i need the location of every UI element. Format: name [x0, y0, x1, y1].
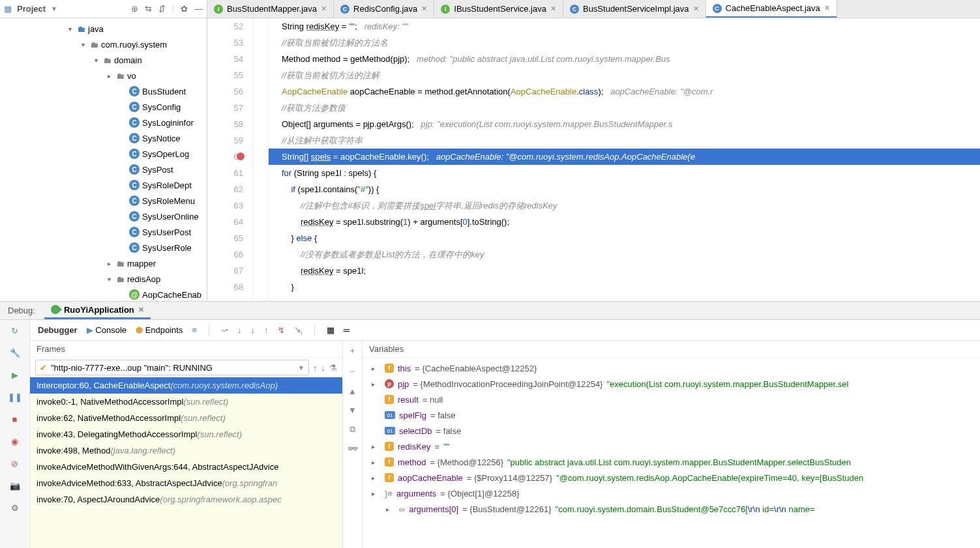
close-icon[interactable]: ✕ [693, 5, 699, 13]
chevron-icon[interactable]: ▾ [91, 57, 100, 64]
tree-item[interactable]: CSysUserRole [0, 240, 207, 255]
code-line[interactable]: //从注解中获取字符串 [269, 132, 980, 149]
console-tab[interactable]: ▶ Console [87, 325, 126, 335]
close-icon[interactable]: ✕ [321, 5, 327, 13]
settings2-icon[interactable]: ⚙ [8, 501, 22, 514]
endpoints-tab[interactable]: ⬢ Endpoints [136, 325, 183, 335]
tree-item[interactable]: CSysUserOnline [0, 209, 207, 224]
stack-frame[interactable]: invoke:62, NativeMethodAccessorImpl (sun… [30, 410, 342, 426]
code-line[interactable]: String redisKey = ""; redisKey: "" [269, 18, 980, 35]
variable-row[interactable]: ▸}≡ arguments = {Object[1]@12258} [363, 485, 980, 501]
tree-item[interactable]: ▾🖿redisAop [0, 271, 207, 287]
tree-item[interactable]: ▾🖿com.ruoyi.system [0, 36, 207, 52]
variable-row[interactable]: 01 spelFlg = false [363, 407, 980, 423]
filter-icon[interactable]: ⚗ [329, 363, 337, 373]
run-to-cursor-icon[interactable]: ↘I [294, 324, 303, 336]
tree-item[interactable]: ▸🖿vo [0, 68, 207, 83]
stack-frame[interactable]: invoke:70, AspectJAroundAdvice (org.spri… [30, 491, 342, 508]
pause-icon[interactable]: ❚❚ [8, 390, 22, 403]
close-icon[interactable]: ✕ [138, 306, 144, 314]
variable-row[interactable]: ▸f redisKey = "" [363, 439, 980, 454]
variable-row[interactable]: ▸f method = {Method@12256} "public abstr… [363, 454, 980, 470]
run-config-tab[interactable]: RuoYiApplication ✕ [44, 302, 151, 319]
expand-icon[interactable]: ⇆ [145, 4, 152, 14]
code-line[interactable]: //获取方法参数值 [269, 100, 980, 116]
stop-icon[interactable]: ■ [8, 412, 22, 425]
chevron-icon[interactable]: ▸ [372, 381, 381, 388]
variables-list[interactable]: ▸f this = {CacheEnableAspect@12252}▸p pj… [363, 358, 980, 548]
chevron-icon[interactable]: ▾ [65, 25, 74, 33]
code-line[interactable]: Method method = getMethod(pjp); method: … [269, 51, 980, 67]
chevron-icon[interactable]: ▾ [78, 41, 87, 48]
stack-frame[interactable]: invokeAdviceMethodWithGivenArgs:644, Abs… [30, 459, 342, 475]
tree-item[interactable]: CBusStudent [0, 83, 207, 99]
tree-item[interactable]: CSysConfig [0, 99, 207, 115]
code-line[interactable]: } [269, 279, 980, 295]
code-line[interactable]: for (String spe1l : spels) { [269, 165, 980, 181]
chevron-icon[interactable]: ▸ [372, 365, 381, 372]
prev-frame-icon[interactable]: ↑ [313, 363, 318, 373]
code-line[interactable]: //没有参数或者参数是List的方法，在缓存中的key [269, 246, 980, 263]
project-title[interactable]: Project [17, 4, 46, 14]
code-line[interactable]: AopCacheEnable aopCacheEnable = method.g… [269, 83, 980, 100]
code-line[interactable]: String[] spels = aopCacheEnable.key(); a… [269, 149, 980, 165]
editor-tab[interactable]: IBusStudentMapper.java✕ [207, 0, 334, 18]
code-line[interactable]: Object[] arguments = pjp.getArgs(); pjp:… [269, 116, 980, 132]
add-icon[interactable]: ＋ [348, 345, 357, 356]
rerun-icon[interactable]: ↻ [8, 324, 22, 337]
chevron-icon[interactable]: ▸ [104, 72, 113, 79]
code-editor[interactable]: 5253545556575859606162636465666768 Strin… [207, 18, 980, 301]
variable-row[interactable]: 01 selectDb = false [363, 423, 980, 439]
frames-list[interactable]: Interceptor:60, CacheEnableAspect (com.r… [30, 377, 342, 548]
stack-frame[interactable]: Interceptor:60, CacheEnableAspect (com.r… [30, 377, 342, 394]
chevron-icon[interactable]: ▸ [386, 506, 395, 513]
code-line[interactable]: //获取当前被切注解的方法名 [269, 35, 980, 51]
step-into-icon[interactable]: ↓ [237, 325, 242, 335]
thread-selector[interactable]: ✔ "http-nio-7777-exe...oup "main": RUNNI… [35, 360, 309, 375]
tree-item[interactable]: CSysNotice [0, 130, 207, 146]
step-over-icon[interactable]: ⤻ [221, 325, 228, 335]
more-icon[interactable]: ≡ [192, 325, 197, 335]
code-line[interactable]: redisKey = spe1l; [269, 263, 980, 279]
tree-item[interactable]: CSysUserPost [0, 224, 207, 240]
stack-frame[interactable]: invoke:498, Method (java.lang.reflect) [30, 442, 342, 459]
step-out-icon[interactable]: ↑ [264, 325, 269, 335]
stack-frame[interactable]: invokeAdviceMethod:633, AbstractAspectJA… [30, 475, 342, 491]
code-line[interactable]: } else { [269, 230, 980, 246]
chevron-icon[interactable]: ▸ [372, 490, 381, 497]
copy-icon[interactable]: ⧉ [349, 424, 355, 435]
tree-item[interactable]: ▸🖿mapper [0, 255, 207, 271]
stack-frame[interactable]: invoke0:-1, NativeMethodAccessorImpl (su… [30, 394, 342, 410]
close-icon[interactable]: ✕ [550, 5, 556, 13]
tree-item[interactable]: CSysOperLog [0, 146, 207, 162]
chevron-icon[interactable]: ▸ [104, 260, 113, 267]
mute-bp-icon[interactable]: ⊘ [8, 457, 22, 470]
settings-icon[interactable]: ✿ [181, 4, 188, 14]
variable-row[interactable]: ▸∞ arguments[0] = {BusStudent@12261} "co… [363, 501, 980, 517]
breakpoint-icon[interactable] [237, 152, 245, 160]
remove-icon[interactable]: － [348, 366, 357, 377]
code-line[interactable]: //注解中包含#标识，则需要拼接spel字符串,返回redis的存储redisK… [269, 197, 980, 214]
editor-tab[interactable]: IIBusStudentService.java✕ [434, 0, 563, 18]
project-tree[interactable]: ▾🖿java▾🖿com.ruoyi.system▾🖿domain▸🖿voCBus… [0, 18, 207, 301]
project-dropdown[interactable]: ▼ [51, 5, 57, 12]
close-icon[interactable]: ✕ [421, 5, 427, 13]
code-lines[interactable]: String redisKey = ""; redisKey: ""//获取当前… [269, 18, 980, 301]
chevron-icon[interactable]: ▸ [372, 474, 381, 482]
debugger-tab[interactable]: Debugger [38, 325, 78, 335]
locate-icon[interactable]: ⊕ [131, 4, 138, 14]
editor-tab[interactable]: CRedisConfig.java✕ [334, 0, 434, 18]
editor-tab[interactable]: CCacheEnableAspect.java✕ [706, 0, 837, 18]
down-icon[interactable]: ▼ [348, 405, 357, 415]
tree-item[interactable]: CSysLogininfor [0, 115, 207, 130]
tree-item[interactable]: CSysRoleMenu [0, 193, 207, 209]
tree-item[interactable]: ▾🖿domain [0, 52, 207, 68]
chevron-icon[interactable]: ▸ [372, 459, 381, 466]
up-icon[interactable]: ▲ [348, 386, 357, 396]
chevron-icon[interactable]: ▾ [104, 276, 113, 283]
variable-row[interactable]: ▸f aopCacheEnable = {$Proxy114@12257} "@… [363, 470, 980, 485]
breakpoints-icon[interactable]: ◉ [8, 435, 22, 448]
force-step-into-icon[interactable]: ↓ [251, 325, 256, 335]
editor-tab[interactable]: CBusStudentServiceImpl.java✕ [563, 0, 706, 18]
resume-icon[interactable]: ▶ [8, 368, 22, 381]
